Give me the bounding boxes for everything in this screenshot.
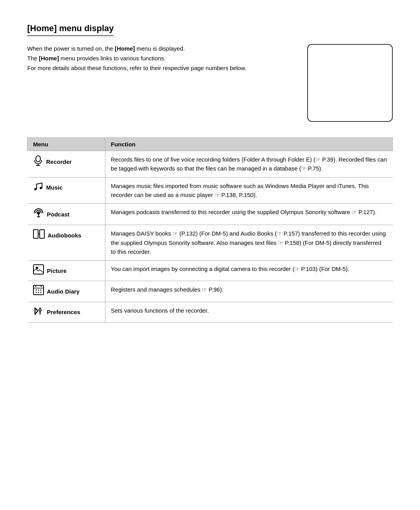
menu-label-6: Preferences <box>47 308 80 317</box>
home-keyword-2: [Home] <box>39 55 59 62</box>
desc-text1b: menu is displayed. <box>135 45 185 52</box>
function-cell-1: Manages music files imported from music … <box>105 177 393 204</box>
menu-item-cell-1: Music <box>33 181 100 194</box>
page-content: [Home] menu display When the power is tu… <box>27 23 393 323</box>
table-row: PodcastManages podcasts transferred to t… <box>28 204 393 225</box>
svg-point-17 <box>35 290 37 291</box>
menu-item-cell-2: Podcast <box>33 208 100 221</box>
desc-text2: The <box>27 55 39 62</box>
svg-rect-11 <box>33 265 44 274</box>
preferences-icon <box>33 306 44 318</box>
menu-cell-2: Podcast <box>28 204 105 225</box>
menu-label-0: Recorder <box>46 157 72 166</box>
svg-point-5 <box>37 211 40 215</box>
table-header-row: Menu Function <box>28 138 393 151</box>
svg-rect-9 <box>40 230 44 238</box>
menu-label-4: Picture <box>47 266 67 275</box>
menu-table: Menu Function RecorderRecords files to o… <box>27 137 393 323</box>
menu-label-5: Audio Diary <box>47 287 80 296</box>
table-row: AudiobooksManages DAISY books ☞ (P.132) … <box>28 225 393 260</box>
picture-icon <box>33 264 44 277</box>
menu-item-cell-4: Picture <box>33 264 100 277</box>
menu-cell-6: Preferences <box>28 302 105 322</box>
function-cell-6: Sets various functions of the recorder. <box>105 302 393 322</box>
svg-point-3 <box>34 188 37 190</box>
function-cell-2: Manages podcasts transferred to this rec… <box>105 204 393 225</box>
svg-point-4 <box>40 187 42 189</box>
menu-label-3: Audiobooks <box>48 231 82 240</box>
section-title: [Home] menu display <box>27 23 114 36</box>
col-menu-header: Menu <box>28 138 105 151</box>
desc-text1: When the power is turned on, the <box>27 45 113 52</box>
podcast-icon <box>33 208 44 221</box>
menu-item-cell-0: Recorder <box>33 155 100 168</box>
table-row: Audio DiaryRegisters and manages schedul… <box>28 281 393 302</box>
svg-point-20 <box>35 292 37 293</box>
menu-cell-0: Recorder <box>28 151 105 178</box>
table-row: PictureYou can import images by connecti… <box>28 260 393 281</box>
music-icon <box>33 181 43 194</box>
col-function-header: Function <box>105 138 393 151</box>
function-cell-3: Manages DAISY books ☞ (P.132) (For DM-5)… <box>105 225 393 260</box>
menu-cell-5: Audio Diary <box>28 281 105 302</box>
svg-rect-8 <box>33 230 38 238</box>
menu-cell-3: Audiobooks <box>28 225 105 260</box>
menu-label-2: Podcast <box>47 210 70 219</box>
svg-point-0 <box>36 156 40 162</box>
description-para3: For more details about these functions, … <box>27 63 292 73</box>
home-keyword-1: [Home] <box>113 45 135 52</box>
table-row: PreferencesSets various functions of the… <box>28 302 393 322</box>
menu-label-1: Music <box>46 183 63 192</box>
top-description: When the power is turned on, the [Home] … <box>27 44 292 122</box>
svg-point-27 <box>39 309 41 311</box>
recorder-icon <box>33 155 43 168</box>
function-cell-0: Records files to one of five voice recor… <box>105 151 393 178</box>
function-cell-4: You can import images by connecting a di… <box>105 260 393 281</box>
description-para2: The [Home] menu provides links to variou… <box>27 54 292 63</box>
description-para1: When the power is turned on, the [Home] … <box>27 44 292 54</box>
svg-point-21 <box>38 292 39 293</box>
svg-point-18 <box>38 290 39 291</box>
function-cell-5: Registers and manages schedules ☞ P.96). <box>105 281 393 302</box>
audiodiary-icon <box>33 285 44 297</box>
top-layout: When the power is turned on, the [Home] … <box>27 44 393 122</box>
device-image-placeholder <box>307 44 393 122</box>
desc-text2b: menu provides links to various functions… <box>59 55 166 62</box>
table-row: MusicManages music files imported from m… <box>28 177 393 204</box>
menu-item-cell-3: Audiobooks <box>33 229 100 241</box>
table-row: RecorderRecords files to one of five voi… <box>28 151 393 178</box>
menu-item-cell-6: Preferences <box>33 306 100 318</box>
svg-point-22 <box>40 292 41 293</box>
menu-cell-1: Music <box>28 177 105 204</box>
audiobooks-icon <box>33 229 45 241</box>
menu-item-cell-5: Audio Diary <box>33 285 100 297</box>
menu-cell-4: Picture <box>28 260 105 281</box>
svg-point-19 <box>40 290 41 291</box>
